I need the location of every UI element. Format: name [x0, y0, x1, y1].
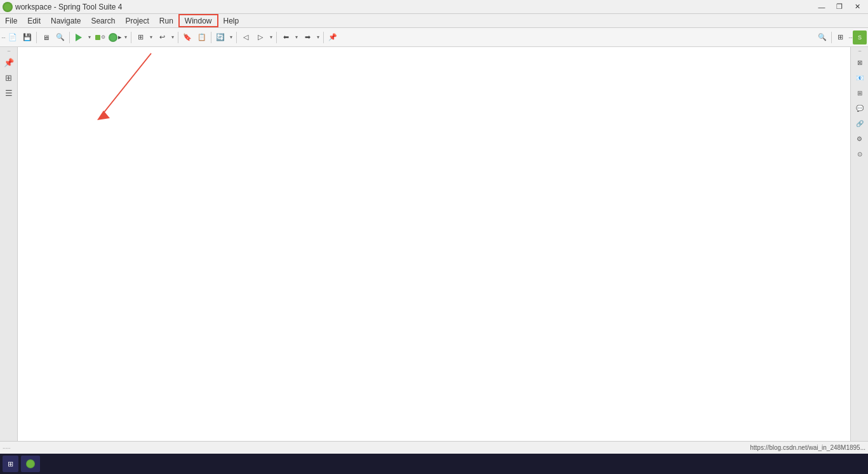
tb-forward-button[interactable]: ➡ — [300, 30, 314, 44]
main-area: ···· 📌 ⊞ ☰ ···· ⊠ 📧 ⊞ 💬 🔗 ⚙ ⊙ — [0, 47, 868, 441]
menu-search[interactable]: Search — [86, 14, 120, 27]
taskbar-start[interactable]: ⊞ — [3, 456, 18, 472]
toolbar-group-5: 🔖 📋 — [180, 30, 209, 44]
tb-run-button[interactable] — [72, 30, 86, 44]
annotation-arrow — [18, 47, 157, 142]
tb-nav-back[interactable]: ↩ — [155, 30, 169, 44]
tb-right-icon[interactable]: S — [853, 30, 867, 44]
left-sidebar-pin[interactable]: 📌 — [2, 55, 16, 69]
spring-small-icon — [95, 35, 100, 40]
toolbar-handle-right: ···· — [848, 34, 852, 41]
tb-layout-button[interactable]: ⊞ — [133, 30, 147, 44]
tb-nav-back-dropdown[interactable]: ▾ — [170, 30, 176, 44]
tb-search-button[interactable]: 🔍 — [53, 30, 67, 44]
left-sidebar: ···· 📌 ⊞ ☰ — [0, 47, 18, 441]
tb-refresh-dropdown[interactable]: ▾ — [228, 30, 234, 44]
minimize-button[interactable]: — — [813, 1, 830, 13]
right-sidebar-icon-2[interactable]: 📧 — [853, 71, 867, 85]
tb-sep-8 — [323, 32, 324, 43]
tb-forward-dropdown[interactable]: ▾ — [315, 30, 321, 44]
right-sidebar: ···· ⊠ 📧 ⊞ 💬 🔗 ⚙ ⊙ — [850, 47, 868, 441]
title-bar-left: workspace - Spring Tool Suite 4 — [3, 2, 123, 12]
right-sidebar-icon-3[interactable]: ⊞ — [853, 86, 867, 100]
windows-icon: ⊞ — [8, 460, 13, 468]
tb-save-button[interactable]: 💾 — [20, 30, 34, 44]
tb-edit-nav-dropdown[interactable]: ▾ — [268, 30, 274, 44]
toolbar-group-4: ⊞ ▾ ↩ ▾ — [133, 30, 176, 44]
tb-back-button[interactable]: ⬅ — [279, 30, 293, 44]
right-sidebar-icon-7[interactable]: ⊙ — [853, 147, 867, 161]
title-bar: workspace - Spring Tool Suite 4 — ❐ ✕ — [0, 0, 868, 14]
svg-line-0 — [100, 53, 151, 117]
window-controls: — ❐ ✕ — [813, 1, 865, 13]
right-sidebar-handle: ···· — [853, 48, 867, 54]
tb-tools-button[interactable]: ⚙ — [93, 30, 107, 44]
taskbar-spring-icon — [26, 459, 35, 468]
tb-sep-4 — [178, 32, 178, 43]
toolbar-handle-1: ···· — [1, 34, 5, 41]
tb-run-dropdown[interactable]: ▾ — [86, 30, 93, 44]
menu-bar: File Edit Navigate Search Project Run Wi… — [0, 14, 868, 28]
tb-new-button[interactable]: 📄 — [6, 30, 20, 44]
title-text: workspace - Spring Tool Suite 4 — [15, 3, 123, 11]
toolbar-group-2: 🖥 🔍 — [39, 30, 67, 44]
tb-bookmark[interactable]: 🔖 — [180, 30, 194, 44]
tb-spring-boot-run[interactable]: ▶ — [108, 30, 122, 44]
svg-marker-1 — [97, 111, 110, 120]
tb-search-icon-right[interactable]: 🔍 — [815, 30, 829, 44]
tb-back-dropdown[interactable]: ▾ — [293, 30, 300, 44]
toolbar-group-1: ···· 📄 💾 — [1, 30, 34, 44]
left-sidebar-layers[interactable]: ⊞ — [2, 71, 16, 85]
toolbar-group-9: 📌 — [326, 30, 340, 44]
spring-boot-icon — [109, 33, 117, 42]
taskbar: ⊞ — [0, 454, 868, 474]
toolbar-group-8: ⬅ ▾ ➡ ▾ — [279, 30, 321, 44]
right-sidebar-icon-6[interactable]: ⚙ — [853, 132, 867, 146]
tb-next-edit[interactable]: ▷ — [253, 30, 267, 44]
tb-sep-9 — [831, 32, 832, 43]
status-bar-right: https://blog.csdn.net/wai_in_248M1895... — [750, 444, 865, 451]
app-icon — [3, 2, 13, 12]
tb-perspective-button[interactable]: ⊞ — [834, 30, 848, 44]
toolbar-search-group: 🔍 ⊞ ···· S — [815, 30, 867, 44]
run-icon — [76, 34, 82, 41]
menu-file[interactable]: File — [0, 14, 22, 27]
right-sidebar-icon-4[interactable]: 💬 — [853, 101, 867, 115]
content-area — [18, 47, 850, 441]
status-url: https://blog.csdn.net/wai_in_248M1895... — [750, 444, 865, 451]
status-bar: ····· https://blog.csdn.net/wai_in_248M1… — [0, 441, 868, 454]
tb-pin-button[interactable]: 📌 — [326, 30, 340, 44]
status-bar-left: ····· — [3, 444, 11, 451]
toolbar: ···· 📄 💾 🖥 🔍 ▾ ⚙ ▶ ▾ ⊞ ▾ — [0, 28, 868, 47]
menu-edit[interactable]: Edit — [22, 14, 46, 27]
menu-help[interactable]: Help — [218, 14, 244, 27]
restore-button[interactable]: ❐ — [831, 1, 848, 13]
toolbar-group-7: ◁ ▷ ▾ — [239, 30, 274, 44]
tools-icon: ⚙ — [95, 34, 105, 40]
menu-window[interactable]: Window — [178, 14, 218, 27]
tb-sep-2 — [69, 32, 70, 43]
tb-spring-dropdown[interactable]: ▾ — [123, 30, 129, 44]
menu-run[interactable]: Run — [154, 14, 178, 27]
menu-navigate[interactable]: Navigate — [46, 14, 86, 27]
toolbar-group-3: ▾ ⚙ ▶ ▾ — [72, 30, 129, 44]
tb-prev-edit[interactable]: ◁ — [239, 30, 253, 44]
left-sidebar-menu[interactable]: ☰ — [2, 86, 16, 100]
tb-layout-dropdown[interactable]: ▾ — [148, 30, 154, 44]
tb-refresh[interactable]: 🔄 — [213, 30, 227, 44]
status-dots: ····· — [3, 445, 11, 451]
tb-sep-3 — [131, 32, 131, 43]
right-sidebar-icon-5[interactable]: 🔗 — [853, 116, 867, 130]
right-sidebar-icon-1[interactable]: ⊠ — [853, 55, 867, 69]
tb-sep-6 — [236, 32, 237, 43]
tb-sep-5 — [211, 32, 211, 43]
taskbar-sts[interactable] — [21, 456, 40, 472]
menu-project[interactable]: Project — [120, 14, 154, 27]
close-button[interactable]: ✕ — [849, 1, 865, 13]
left-sidebar-handle: ···· — [2, 48, 16, 54]
tb-monitor-button[interactable]: 🖥 — [39, 30, 53, 44]
tb-tasks[interactable]: 📋 — [195, 30, 209, 44]
tb-sep-1 — [36, 32, 37, 43]
tb-sep-7 — [276, 32, 277, 43]
run-arrow-icon: ▶ — [118, 35, 121, 40]
